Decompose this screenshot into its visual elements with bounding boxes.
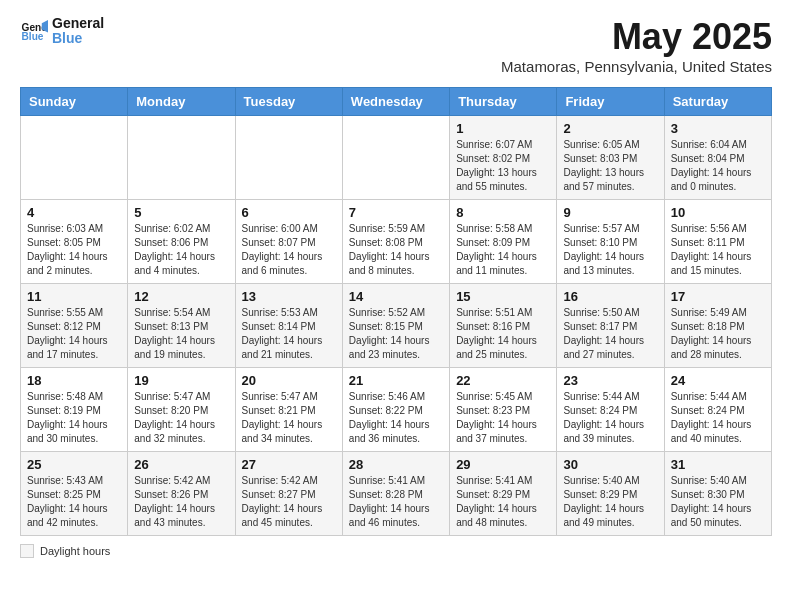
day-info: Sunrise: 6:05 AM Sunset: 8:03 PM Dayligh… xyxy=(563,138,657,194)
day-info: Sunrise: 5:47 AM Sunset: 8:20 PM Dayligh… xyxy=(134,390,228,446)
day-number: 15 xyxy=(456,289,550,304)
logo-text-blue: Blue xyxy=(52,31,104,46)
logo: General Blue General Blue xyxy=(20,16,104,47)
calendar-cell: 22Sunrise: 5:45 AM Sunset: 8:23 PM Dayli… xyxy=(450,368,557,452)
calendar-cell: 19Sunrise: 5:47 AM Sunset: 8:20 PM Dayli… xyxy=(128,368,235,452)
day-number: 7 xyxy=(349,205,443,220)
day-info: Sunrise: 5:46 AM Sunset: 8:22 PM Dayligh… xyxy=(349,390,443,446)
day-number: 24 xyxy=(671,373,765,388)
day-info: Sunrise: 5:51 AM Sunset: 8:16 PM Dayligh… xyxy=(456,306,550,362)
legend-box xyxy=(20,544,34,558)
calendar-week-1: 1Sunrise: 6:07 AM Sunset: 8:02 PM Daylig… xyxy=(21,116,772,200)
calendar-week-3: 11Sunrise: 5:55 AM Sunset: 8:12 PM Dayli… xyxy=(21,284,772,368)
day-number: 25 xyxy=(27,457,121,472)
calendar-cell: 8Sunrise: 5:58 AM Sunset: 8:09 PM Daylig… xyxy=(450,200,557,284)
calendar-cell: 7Sunrise: 5:59 AM Sunset: 8:08 PM Daylig… xyxy=(342,200,449,284)
day-info: Sunrise: 5:59 AM Sunset: 8:08 PM Dayligh… xyxy=(349,222,443,278)
calendar-week-5: 25Sunrise: 5:43 AM Sunset: 8:25 PM Dayli… xyxy=(21,452,772,536)
calendar-cell: 3Sunrise: 6:04 AM Sunset: 8:04 PM Daylig… xyxy=(664,116,771,200)
header-day-friday: Friday xyxy=(557,88,664,116)
day-info: Sunrise: 5:54 AM Sunset: 8:13 PM Dayligh… xyxy=(134,306,228,362)
calendar-table: SundayMondayTuesdayWednesdayThursdayFrid… xyxy=(20,87,772,536)
header-day-thursday: Thursday xyxy=(450,88,557,116)
day-number: 29 xyxy=(456,457,550,472)
day-number: 6 xyxy=(242,205,336,220)
day-info: Sunrise: 5:58 AM Sunset: 8:09 PM Dayligh… xyxy=(456,222,550,278)
day-number: 20 xyxy=(242,373,336,388)
legend-label: Daylight hours xyxy=(40,545,110,557)
day-number: 1 xyxy=(456,121,550,136)
day-info: Sunrise: 5:52 AM Sunset: 8:15 PM Dayligh… xyxy=(349,306,443,362)
day-info: Sunrise: 5:41 AM Sunset: 8:29 PM Dayligh… xyxy=(456,474,550,530)
day-number: 16 xyxy=(563,289,657,304)
day-info: Sunrise: 6:02 AM Sunset: 8:06 PM Dayligh… xyxy=(134,222,228,278)
calendar-header-row: SundayMondayTuesdayWednesdayThursdayFrid… xyxy=(21,88,772,116)
logo-text-general: General xyxy=(52,16,104,31)
calendar-cell xyxy=(235,116,342,200)
calendar-cell: 18Sunrise: 5:48 AM Sunset: 8:19 PM Dayli… xyxy=(21,368,128,452)
day-number: 21 xyxy=(349,373,443,388)
day-number: 28 xyxy=(349,457,443,472)
day-number: 30 xyxy=(563,457,657,472)
day-number: 3 xyxy=(671,121,765,136)
day-number: 22 xyxy=(456,373,550,388)
day-info: Sunrise: 6:00 AM Sunset: 8:07 PM Dayligh… xyxy=(242,222,336,278)
calendar-cell: 4Sunrise: 6:03 AM Sunset: 8:05 PM Daylig… xyxy=(21,200,128,284)
calendar-cell xyxy=(342,116,449,200)
calendar-cell: 24Sunrise: 5:44 AM Sunset: 8:24 PM Dayli… xyxy=(664,368,771,452)
day-number: 26 xyxy=(134,457,228,472)
day-info: Sunrise: 5:40 AM Sunset: 8:29 PM Dayligh… xyxy=(563,474,657,530)
calendar-cell: 5Sunrise: 6:02 AM Sunset: 8:06 PM Daylig… xyxy=(128,200,235,284)
calendar-cell: 25Sunrise: 5:43 AM Sunset: 8:25 PM Dayli… xyxy=(21,452,128,536)
day-info: Sunrise: 5:42 AM Sunset: 8:26 PM Dayligh… xyxy=(134,474,228,530)
svg-text:Blue: Blue xyxy=(22,32,44,43)
day-number: 12 xyxy=(134,289,228,304)
day-number: 14 xyxy=(349,289,443,304)
calendar-cell: 28Sunrise: 5:41 AM Sunset: 8:28 PM Dayli… xyxy=(342,452,449,536)
day-info: Sunrise: 5:43 AM Sunset: 8:25 PM Dayligh… xyxy=(27,474,121,530)
calendar-cell: 13Sunrise: 5:53 AM Sunset: 8:14 PM Dayli… xyxy=(235,284,342,368)
day-info: Sunrise: 5:49 AM Sunset: 8:18 PM Dayligh… xyxy=(671,306,765,362)
day-info: Sunrise: 5:55 AM Sunset: 8:12 PM Dayligh… xyxy=(27,306,121,362)
day-number: 19 xyxy=(134,373,228,388)
day-number: 10 xyxy=(671,205,765,220)
day-number: 13 xyxy=(242,289,336,304)
calendar-cell: 14Sunrise: 5:52 AM Sunset: 8:15 PM Dayli… xyxy=(342,284,449,368)
calendar-cell: 16Sunrise: 5:50 AM Sunset: 8:17 PM Dayli… xyxy=(557,284,664,368)
main-title: May 2025 xyxy=(501,16,772,58)
day-number: 8 xyxy=(456,205,550,220)
day-info: Sunrise: 5:40 AM Sunset: 8:30 PM Dayligh… xyxy=(671,474,765,530)
day-info: Sunrise: 6:07 AM Sunset: 8:02 PM Dayligh… xyxy=(456,138,550,194)
day-number: 9 xyxy=(563,205,657,220)
header-day-monday: Monday xyxy=(128,88,235,116)
calendar-cell: 15Sunrise: 5:51 AM Sunset: 8:16 PM Dayli… xyxy=(450,284,557,368)
calendar-cell: 26Sunrise: 5:42 AM Sunset: 8:26 PM Dayli… xyxy=(128,452,235,536)
day-number: 23 xyxy=(563,373,657,388)
day-info: Sunrise: 5:42 AM Sunset: 8:27 PM Dayligh… xyxy=(242,474,336,530)
title-area: May 2025 Matamoras, Pennsylvania, United… xyxy=(501,16,772,75)
calendar-cell: 10Sunrise: 5:56 AM Sunset: 8:11 PM Dayli… xyxy=(664,200,771,284)
day-info: Sunrise: 5:56 AM Sunset: 8:11 PM Dayligh… xyxy=(671,222,765,278)
calendar-cell: 9Sunrise: 5:57 AM Sunset: 8:10 PM Daylig… xyxy=(557,200,664,284)
calendar-cell: 12Sunrise: 5:54 AM Sunset: 8:13 PM Dayli… xyxy=(128,284,235,368)
calendar-week-4: 18Sunrise: 5:48 AM Sunset: 8:19 PM Dayli… xyxy=(21,368,772,452)
day-number: 5 xyxy=(134,205,228,220)
header-day-tuesday: Tuesday xyxy=(235,88,342,116)
day-info: Sunrise: 5:50 AM Sunset: 8:17 PM Dayligh… xyxy=(563,306,657,362)
day-info: Sunrise: 5:41 AM Sunset: 8:28 PM Dayligh… xyxy=(349,474,443,530)
calendar-cell xyxy=(128,116,235,200)
day-number: 4 xyxy=(27,205,121,220)
day-info: Sunrise: 5:57 AM Sunset: 8:10 PM Dayligh… xyxy=(563,222,657,278)
day-number: 31 xyxy=(671,457,765,472)
header-area: General Blue General Blue May 2025 Matam… xyxy=(20,16,772,75)
header-day-saturday: Saturday xyxy=(664,88,771,116)
day-number: 27 xyxy=(242,457,336,472)
day-info: Sunrise: 5:45 AM Sunset: 8:23 PM Dayligh… xyxy=(456,390,550,446)
calendar-cell: 23Sunrise: 5:44 AM Sunset: 8:24 PM Dayli… xyxy=(557,368,664,452)
day-info: Sunrise: 5:44 AM Sunset: 8:24 PM Dayligh… xyxy=(671,390,765,446)
calendar-cell: 11Sunrise: 5:55 AM Sunset: 8:12 PM Dayli… xyxy=(21,284,128,368)
day-number: 2 xyxy=(563,121,657,136)
calendar-cell: 31Sunrise: 5:40 AM Sunset: 8:30 PM Dayli… xyxy=(664,452,771,536)
footer-legend: Daylight hours xyxy=(20,544,772,558)
day-info: Sunrise: 5:48 AM Sunset: 8:19 PM Dayligh… xyxy=(27,390,121,446)
